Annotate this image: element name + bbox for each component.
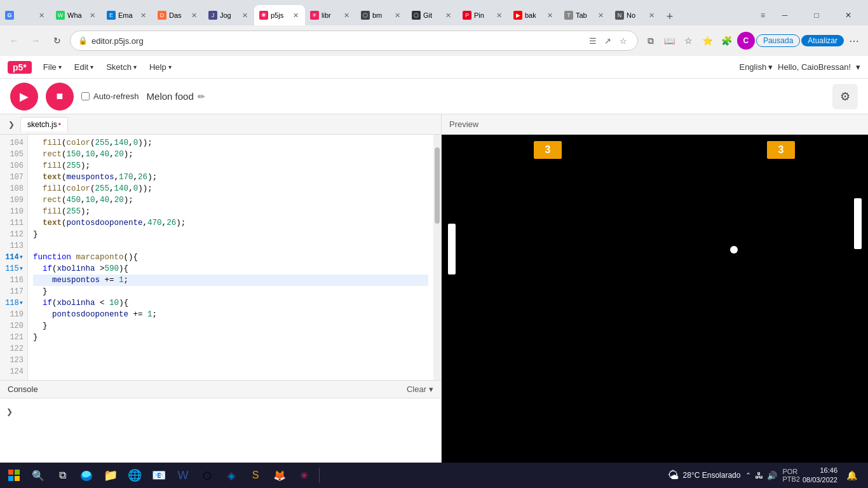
- close-button[interactable]: ✕: [834, 5, 863, 25]
- scrollbar-thumb[interactable]: [435, 147, 440, 224]
- tab-jog[interactable]: J Jog ✕: [203, 5, 254, 25]
- code-tabs: ❯ sketch.js•: [0, 114, 441, 135]
- taskbar-word[interactable]: W: [172, 464, 194, 487]
- notification-button[interactable]: 🔔: [843, 466, 860, 484]
- taskbar-vscode[interactable]: ◈: [220, 464, 243, 487]
- reader-icon[interactable]: ☰: [587, 34, 599, 47]
- tab-libr[interactable]: ✳ libr ✕: [305, 5, 356, 25]
- line-num: 108: [0, 183, 27, 194]
- extensions-icon[interactable]: 🧩: [718, 32, 736, 50]
- score-left: 3: [534, 141, 562, 159]
- profile-button[interactable]: C: [737, 32, 755, 50]
- tab-close[interactable]: ✕: [190, 10, 198, 21]
- update-button[interactable]: Atualizar: [801, 35, 844, 46]
- language-selector[interactable]: English ▾: [739, 62, 773, 72]
- splitscreen-icon[interactable]: ⧉: [642, 32, 660, 50]
- tab-close[interactable]: ✕: [597, 10, 605, 21]
- language-arrow: ▾: [768, 62, 773, 72]
- tab-das[interactable]: D Das ✕: [153, 5, 203, 25]
- help-menu[interactable]: Help ▾: [143, 58, 178, 76]
- code-editor[interactable]: 104 105 106 107 108 109 110 111 112 113 …: [0, 135, 441, 380]
- forward-button[interactable]: →: [27, 32, 44, 50]
- taskbar-mail[interactable]: 📧: [147, 464, 170, 487]
- immersive-reader-icon[interactable]: 📖: [661, 32, 679, 50]
- auto-refresh-toggle[interactable]: Auto-refresh: [81, 92, 139, 101]
- address-bar[interactable]: 🔒 editor.p5js.org ☰ ↗ ☆: [70, 30, 638, 51]
- tab-close[interactable]: ✕: [88, 10, 97, 21]
- system-tray: ⌃ 🖧 🔊: [745, 471, 777, 480]
- tab-close[interactable]: ✕: [495, 10, 503, 21]
- start-button[interactable]: [3, 464, 25, 487]
- tab-bak[interactable]: ▶ bak ✕: [508, 5, 559, 25]
- clear-console-button[interactable]: Clear ▾: [407, 384, 433, 394]
- tab-close[interactable]: ✕: [241, 10, 249, 21]
- preview-label: Preview: [449, 119, 478, 129]
- line-num: 105: [0, 149, 27, 160]
- sketch-menu-arrow: ▾: [133, 64, 137, 71]
- code-tab-label: sketch.js: [27, 120, 57, 129]
- code-line-107: text(meuspontos,170,26);: [33, 172, 428, 183]
- taskbar-scratch[interactable]: S: [244, 464, 267, 487]
- tab-close[interactable]: ✕: [292, 10, 300, 21]
- code-tab-sketchjs[interactable]: sketch.js•: [20, 117, 68, 132]
- play-button[interactable]: ▶: [10, 83, 38, 111]
- new-tab-button[interactable]: +: [661, 8, 679, 25]
- tab-email[interactable]: E Ema ✕: [102, 5, 153, 25]
- line-num: 107: [0, 172, 27, 183]
- refresh-button[interactable]: ↻: [48, 32, 66, 50]
- edit-menu[interactable]: Edit ▾: [68, 58, 100, 76]
- tab-no[interactable]: N No ✕: [610, 5, 661, 25]
- tab-tab[interactable]: T Tab ✕: [559, 5, 610, 25]
- star-icon[interactable]: ☆: [617, 34, 630, 47]
- collapse-file-panel[interactable]: ❯: [3, 116, 20, 133]
- line-num: 116: [0, 274, 27, 286]
- tab-p5js-active[interactable]: ✳ p5js ✕: [254, 5, 305, 25]
- editor-toolbar: ▶ ■ Auto-refresh Melon food ✏ ⚙: [0, 79, 868, 114]
- code-scrollbar[interactable]: [433, 135, 441, 380]
- taskbar-firefox[interactable]: 🦊: [268, 464, 291, 487]
- tab-bm[interactable]: ⬡ bm ✕: [356, 5, 407, 25]
- back-button[interactable]: ←: [5, 32, 23, 50]
- taskbar-chrome[interactable]: 🌐: [123, 464, 146, 487]
- fav-icon[interactable]: ☆: [680, 32, 698, 50]
- user-greeting: Hello, CaioBressan!: [778, 62, 851, 72]
- maximize-button[interactable]: □: [802, 5, 831, 25]
- paused-button[interactable]: Pausada: [756, 34, 800, 47]
- line-num: 123: [0, 355, 27, 366]
- code-line-119: pontosdooponente += 1;: [33, 309, 428, 320]
- taskbar-files[interactable]: 📁: [99, 464, 122, 487]
- tab-close[interactable]: ✕: [139, 10, 147, 21]
- collections-icon[interactable]: ⭐: [699, 32, 717, 50]
- share-icon[interactable]: ↗: [602, 34, 614, 47]
- tab-pin[interactable]: P Pin ✕: [458, 5, 508, 25]
- sketch-menu[interactable]: Sketch ▾: [100, 58, 143, 76]
- taskbar-edge[interactable]: [75, 464, 98, 487]
- minimize-button[interactable]: ─: [770, 5, 799, 25]
- taskbar-taskview[interactable]: ⧉: [51, 464, 74, 487]
- svg-rect-3: [15, 476, 20, 481]
- tab-gdocs[interactable]: G ✕: [0, 5, 51, 25]
- settings-button[interactable]: ⚙: [832, 84, 858, 109]
- tab-git[interactable]: ⬡ Git ✕: [407, 5, 458, 25]
- tab-close[interactable]: ✕: [648, 10, 656, 21]
- file-menu[interactable]: File ▾: [37, 58, 68, 76]
- edit-name-icon[interactable]: ✏: [198, 92, 205, 102]
- taskbar-extra1[interactable]: ✳: [292, 464, 315, 487]
- stop-button[interactable]: ■: [46, 83, 74, 111]
- browser-menu-button[interactable]: ⋯: [845, 32, 863, 50]
- tab-close[interactable]: ✕: [342, 10, 351, 21]
- code-content[interactable]: fill(color(255,140,0)); rect(150,10,40,2…: [28, 135, 433, 380]
- code-line-106: fill(255);: [33, 160, 428, 172]
- tab-close[interactable]: ✕: [37, 10, 46, 21]
- code-line-118: if(xbolinha < 10){: [33, 297, 428, 309]
- tab-close[interactable]: ✕: [546, 10, 554, 21]
- line-num: 117: [0, 286, 27, 297]
- line-numbers: 104 105 106 107 108 109 110 111 112 113 …: [0, 135, 28, 380]
- auto-refresh-checkbox[interactable]: [81, 92, 90, 100]
- tab-close[interactable]: ✕: [444, 10, 452, 21]
- taskbar-github[interactable]: ⬡: [196, 464, 219, 487]
- tab-whatsapp[interactable]: W Wha ✕: [51, 5, 102, 25]
- tab-close[interactable]: ✕: [393, 10, 402, 21]
- taskbar-search[interactable]: 🔍: [27, 464, 50, 487]
- tray-chevron[interactable]: ⌃: [745, 471, 751, 480]
